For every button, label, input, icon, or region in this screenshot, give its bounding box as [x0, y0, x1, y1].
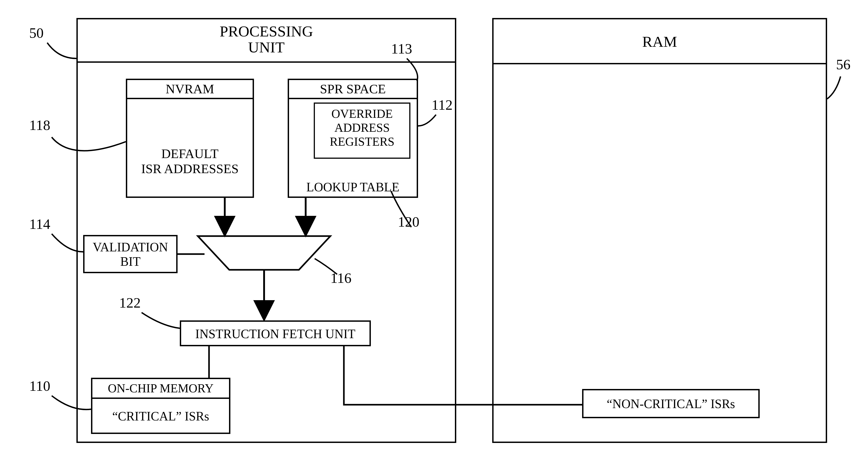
ref-113: 113 — [391, 40, 412, 57]
override-line3: REGISTERS — [315, 135, 409, 149]
instruction-fetch-label: INSTRUCTION FETCH UNIT — [181, 322, 370, 341]
on-chip-memory-title: ON-CHIP MEMORY — [92, 379, 229, 399]
nvram-title: NVRAM — [127, 80, 253, 99]
nvram-content-line2: ISR ADDRESSES — [127, 162, 253, 176]
ref-122: 122 — [119, 295, 141, 311]
on-chip-memory-box: ON-CHIP MEMORY “CRITICAL” ISRs — [91, 378, 230, 434]
ram-box: RAM — [492, 18, 827, 443]
nvram-content: DEFAULT ISR ADDRESSES — [127, 146, 253, 176]
validation-bit-line2: BIT — [85, 254, 176, 269]
ref-114: 114 — [29, 216, 50, 232]
non-critical-isrs-label: “NON-CRITICAL” ISRs — [584, 390, 758, 411]
lookup-table-label: LOOKUP TABLE — [289, 180, 417, 194]
leader-56 — [827, 77, 841, 99]
ref-116: 116 — [331, 270, 351, 287]
override-line1: OVERRIDE — [315, 107, 409, 121]
leader-50 — [47, 43, 76, 58]
validation-bit-box: VALIDATION BIT — [83, 235, 178, 273]
ref-110: 110 — [29, 378, 50, 395]
non-critical-isrs-box: “NON-CRITICAL” ISRs — [582, 389, 760, 418]
override-address-registers-box: OVERRIDE ADDRESS REGISTERS — [314, 103, 410, 159]
spr-space-box: SPR SPACE OVERRIDE ADDRESS REGISTERS LOO… — [288, 79, 418, 198]
ref-118: 118 — [29, 117, 50, 134]
spr-space-title: SPR SPACE — [289, 80, 417, 99]
ref-56: 56 — [836, 56, 850, 73]
critical-isrs-label: “CRITICAL” ISRs — [92, 399, 229, 424]
instruction-fetch-unit-box: INSTRUCTION FETCH UNIT — [180, 320, 371, 346]
ref-112: 112 — [432, 97, 453, 113]
validation-bit-line1: VALIDATION — [85, 240, 176, 254]
override-line2: ADDRESS — [315, 121, 409, 135]
ref-50: 50 — [29, 25, 43, 41]
ram-title: RAM — [494, 19, 826, 64]
nvram-content-line1: DEFAULT — [127, 146, 253, 162]
ref-120: 120 — [398, 213, 420, 230]
nvram-box: NVRAM DEFAULT ISR ADDRESSES — [126, 79, 254, 198]
processing-unit-title-line1: PROCESSING — [78, 23, 455, 39]
